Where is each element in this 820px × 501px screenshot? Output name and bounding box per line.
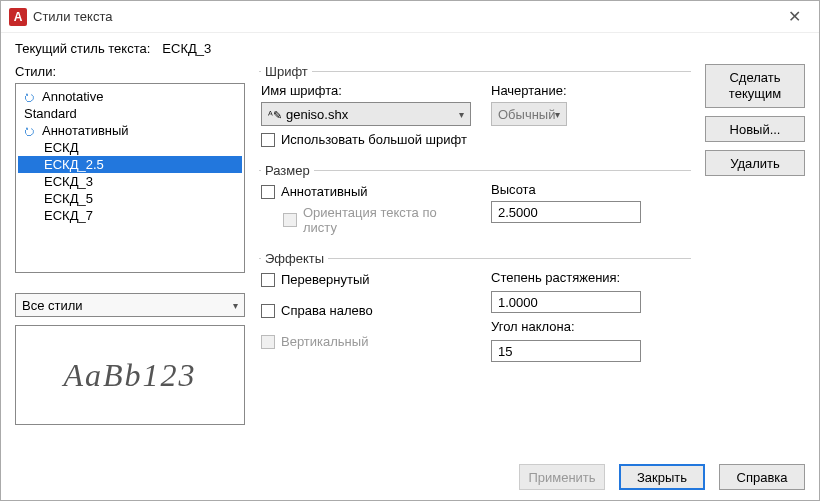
- style-item-label: Standard: [24, 106, 77, 121]
- style-item-label: Annotative: [42, 89, 103, 104]
- app-icon: A: [9, 8, 27, 26]
- oblique-input[interactable]: [491, 340, 641, 362]
- apply-button[interactable]: Применить: [519, 464, 605, 490]
- chevron-down-icon: ▾: [555, 109, 560, 120]
- font-shx-icon: ᴬ✎: [268, 109, 282, 121]
- height-input[interactable]: [491, 201, 641, 223]
- font-style-label: Начертание:: [491, 83, 567, 98]
- backwards-label: Справа налево: [281, 303, 373, 318]
- orientation-checkbox-row: Ориентация текста по листу: [283, 205, 471, 235]
- style-item-label: Аннотативный: [42, 123, 129, 138]
- style-filter-value: Все стили: [22, 298, 83, 313]
- close-button[interactable]: Закрыть: [619, 464, 705, 490]
- oblique-label: Угол наклона:: [491, 319, 641, 334]
- style-item[interactable]: ЕСКД_3: [18, 173, 242, 190]
- chevron-down-icon: ▾: [233, 300, 238, 311]
- font-name-select[interactable]: ᴬ✎geniso.shx ▾: [261, 102, 471, 126]
- bigfont-label: Использовать большой шрифт: [281, 132, 467, 147]
- set-current-button[interactable]: Сделать текущим: [705, 64, 805, 108]
- new-button[interactable]: Новый...: [705, 116, 805, 142]
- delete-button[interactable]: Удалить: [705, 150, 805, 176]
- annotative-checkbox-row[interactable]: Аннотативный: [261, 184, 471, 199]
- effects-group: Эффекты Перевернутый Справа налево: [259, 251, 691, 372]
- annotative-label: Аннотативный: [281, 184, 368, 199]
- current-style-value: ЕСКД_3: [162, 41, 211, 56]
- style-item-label: ЕСКД_5: [44, 191, 93, 206]
- orientation-checkbox: [283, 213, 297, 227]
- annotative-icon: ⭮: [24, 125, 38, 137]
- help-button[interactable]: Справка: [719, 464, 805, 490]
- style-item-label: ЕСКД_3: [44, 174, 93, 189]
- orientation-label: Ориентация текста по листу: [303, 205, 453, 235]
- annotative-icon: ⭮: [24, 91, 38, 103]
- font-name-label: Имя шрифта:: [261, 83, 471, 98]
- annotative-checkbox[interactable]: [261, 185, 275, 199]
- widthfactor-label: Степень растяжения:: [491, 270, 641, 285]
- style-filter-select[interactable]: Все стили ▾: [15, 293, 245, 317]
- font-group: Шрифт Имя шрифта: ᴬ✎geniso.shx ▾ Использ…: [259, 64, 691, 157]
- font-style-select: Обычный ▾: [491, 102, 567, 126]
- style-item[interactable]: ⭮Annotative: [18, 88, 242, 105]
- size-legend: Размер: [261, 163, 314, 178]
- font-legend: Шрифт: [261, 64, 312, 79]
- font-style-value: Обычный: [498, 107, 555, 122]
- style-list[interactable]: ⭮AnnotativeStandard⭮АннотативныйЕСКДЕСКД…: [15, 83, 245, 273]
- style-item[interactable]: ЕСКД: [18, 139, 242, 156]
- widthfactor-input[interactable]: [491, 291, 641, 313]
- vertical-checkbox-row: Вертикальный: [261, 334, 471, 349]
- style-preview: AaBb123: [15, 325, 245, 425]
- upsidedown-checkbox[interactable]: [261, 273, 275, 287]
- current-style-label: Текущий стиль текста:: [15, 41, 150, 56]
- size-group: Размер Аннотативный Ориентация текста по…: [259, 163, 691, 245]
- chevron-down-icon: ▾: [459, 109, 464, 120]
- bigfont-checkbox-row[interactable]: Использовать большой шрифт: [261, 132, 471, 147]
- styles-label: Стили:: [15, 64, 245, 79]
- vertical-label: Вертикальный: [281, 334, 368, 349]
- vertical-checkbox: [261, 335, 275, 349]
- style-item-label: ЕСКД_7: [44, 208, 93, 223]
- backwards-checkbox[interactable]: [261, 304, 275, 318]
- titlebar: A Стили текста ✕: [1, 1, 819, 33]
- style-item-label: ЕСКД_2.5: [44, 157, 104, 172]
- style-item[interactable]: ⭮Аннотативный: [18, 122, 242, 139]
- backwards-checkbox-row[interactable]: Справа налево: [261, 303, 471, 318]
- font-name-value: geniso.shx: [286, 107, 348, 122]
- effects-legend: Эффекты: [261, 251, 328, 266]
- style-item[interactable]: ЕСКД_7: [18, 207, 242, 224]
- close-icon[interactable]: ✕: [778, 3, 811, 30]
- upsidedown-label: Перевернутый: [281, 272, 370, 287]
- style-item[interactable]: ЕСКД_2.5: [18, 156, 242, 173]
- style-item[interactable]: ЕСКД_5: [18, 190, 242, 207]
- bigfont-checkbox[interactable]: [261, 133, 275, 147]
- upsidedown-checkbox-row[interactable]: Перевернутый: [261, 272, 471, 287]
- style-item-label: ЕСКД: [44, 140, 78, 155]
- height-label: Высота: [491, 182, 641, 197]
- style-item[interactable]: Standard: [18, 105, 242, 122]
- window-title: Стили текста: [33, 9, 778, 24]
